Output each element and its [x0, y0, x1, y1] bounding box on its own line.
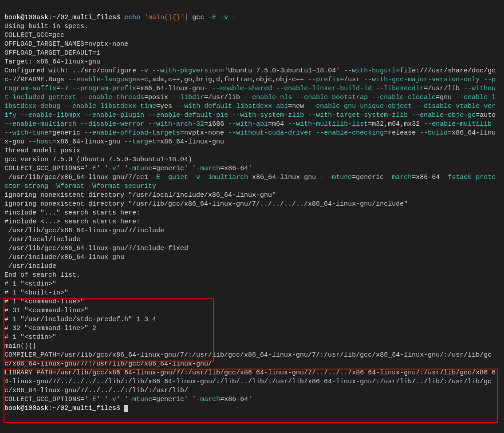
output-line: /usr/lib/gcc/x86_64-linux-gnu/7/include	[4, 227, 164, 234]
output-line: LIBRARY_PATH=/usr/lib/gcc/x86_64-linux-g…	[4, 369, 496, 394]
output-line: /usr/lib/gcc/x86_64-linux-gnu/7/include-…	[4, 245, 188, 252]
output-line: Configured with: ../src/configure	[4, 67, 140, 75]
output-line: /usr/include/x86_64-linux-gnu	[4, 254, 124, 261]
output-line: # 1 "<command-line>"	[4, 298, 84, 306]
output-line: #include <...> search starts here:	[4, 218, 140, 226]
prompt-path: ~/02_multi_files	[52, 14, 116, 21]
cmd-echo: echo	[124, 14, 140, 21]
output-line: # 1 "/usr/include/stdc-predef.h" 1 3 4	[4, 316, 156, 323]
output-line: ignoring nonexistent directory "/usr/loc…	[4, 191, 276, 199]
output-line: COLLECT_GCC_OPTIONS='	[4, 396, 88, 403]
output-line: # 1 "<stdin>"	[4, 334, 56, 341]
output-line: COLLECT_GCC=gcc	[4, 32, 64, 39]
prompt-path: ~/02_multi_files	[52, 405, 116, 412]
output-line: COMPILER_PATH=/usr/lib/gcc/x86_64-linux-…	[4, 351, 492, 368]
cmd-flags: -E -v -	[208, 14, 236, 21]
prompt-user: book@100ask	[4, 14, 48, 21]
cmd-string: 'main(){}'	[144, 14, 184, 21]
cursor[interactable]	[124, 405, 128, 412]
output-line: OFFLOAD_TARGET_NAMES=nvptx-none	[4, 40, 128, 48]
output-line: # 31 "<command-line>"	[4, 307, 88, 314]
output-line: /usr/local/include	[4, 236, 80, 243]
output-line: /usr/include	[4, 262, 56, 270]
prompt-user: book@100ask	[4, 405, 48, 412]
output-line: Using built-in specs.	[4, 23, 88, 30]
output-line: Thread model: posix	[4, 147, 80, 155]
output-line: Target: x86_64-linux-gnu	[4, 58, 100, 66]
output-line: ignoring nonexistent directory "/usr/lib…	[4, 200, 408, 208]
output-line: # 1 "<stdin>"	[4, 280, 56, 288]
terminal-output[interactable]: book@100ask:~/02_multi_files$ echo 'main…	[0, 0, 504, 433]
output-line: # 1 "<built-in>"	[4, 289, 68, 297]
output-line: # 32 "<command-line>" 2	[4, 325, 96, 332]
output-line: COLLECT_GCC_OPTIONS='	[4, 165, 88, 172]
output-line: OFFLOAD_TARGET_DEFAULT=1	[4, 49, 100, 57]
output-line: main(){}	[4, 342, 36, 350]
output-line: #include "..." search starts here:	[4, 209, 140, 217]
output-line: gcc version 7.5.0 (Ubuntu 7.5.0-3ubuntu1…	[4, 156, 192, 163]
output-line: /usr/lib/gcc/x86_64-linux-gnu/7/cc1	[4, 174, 152, 181]
output-line: End of search list.	[4, 271, 80, 279]
